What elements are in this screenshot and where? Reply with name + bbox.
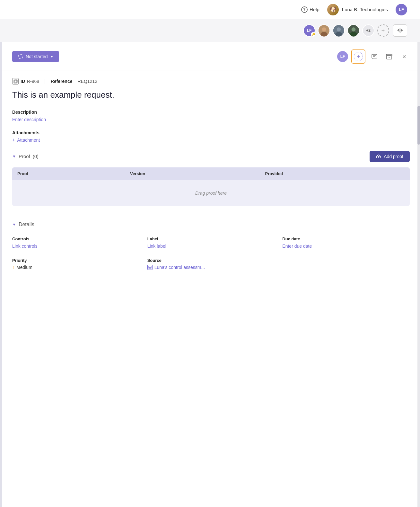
add-proof-label: Add proof (384, 154, 403, 159)
collaborator-more[interactable]: +2 (362, 24, 374, 37)
user-avatar[interactable]: LF (396, 4, 407, 15)
proof-title: ▼ Proof (0) (12, 154, 39, 159)
add-assignee-button[interactable]: + (351, 49, 365, 64)
status-button[interactable]: Not started ▼ (12, 51, 59, 62)
request-meta: ID R-968 | Reference REQ1212 (12, 78, 410, 84)
status-label: Not started (26, 54, 48, 59)
org-avatar-emoji: 🐶 (329, 6, 337, 13)
controls-label: Controls (12, 236, 140, 241)
meta-id-label: ID (21, 79, 25, 84)
help-label: Help (310, 7, 319, 12)
help-button[interactable]: ? Help (301, 6, 319, 13)
close-icon: ✕ (402, 54, 406, 60)
version-col-header: Version (125, 167, 260, 180)
main-layout: Not started ▼ LF + (0, 42, 420, 507)
copy-icon (12, 78, 19, 84)
person-avatar-3 (348, 24, 359, 37)
enter-description-link[interactable]: Enter description (12, 117, 46, 122)
proof-chevron-icon: ▼ (12, 154, 16, 159)
svg-point-8 (350, 32, 357, 36)
scrollbar-thumb (417, 106, 420, 145)
person-avatar-2 (333, 24, 344, 37)
details-label: Details (19, 222, 34, 227)
broadcast-icon (397, 27, 403, 34)
collaborator-3[interactable] (347, 24, 360, 37)
proof-col-header: Proof (12, 167, 125, 180)
details-title: ▼ Details (12, 222, 410, 227)
status-circle-icon (18, 54, 23, 59)
svg-rect-17 (14, 80, 17, 83)
due-date-value[interactable]: Enter due date (282, 244, 312, 249)
key-icon: 🔑 (311, 32, 315, 37)
svg-rect-14 (386, 54, 392, 56)
cloud-upload-icon (376, 154, 381, 159)
close-button[interactable]: ✕ (398, 51, 410, 62)
add-collaborator-button[interactable]: + (377, 24, 389, 37)
description-label: Description (12, 110, 410, 115)
meta-id-value: R-968 (27, 79, 39, 84)
attachment-plus-icon: + (12, 137, 15, 143)
header-actions: LF + (337, 49, 410, 64)
controls-value[interactable]: Link controls (12, 244, 38, 249)
top-nav: ? Help 🐶 Luna B. Technologies LF (0, 0, 420, 19)
proof-section: ▼ Proof (0) Add proof (12, 151, 410, 206)
person-avatar-1 (319, 24, 329, 37)
source-field: Source Luna's control assessm... (147, 258, 275, 270)
svg-point-5 (335, 32, 342, 36)
svg-rect-16 (14, 80, 17, 83)
svg-point-9 (400, 32, 401, 33)
meta-ref-value: REQ1212 (77, 79, 97, 84)
request-header: Not started ▼ LF + (2, 42, 420, 70)
archive-button[interactable] (383, 51, 395, 62)
svg-point-4 (337, 27, 341, 31)
details-grid: Controls Link controls Label Link label … (12, 236, 410, 270)
drag-hint: Drag proof here (12, 180, 410, 206)
due-date-label: Due date (282, 236, 410, 241)
source-doc-icon (147, 265, 153, 270)
svg-point-1 (322, 27, 326, 31)
priority-label: Priority (12, 258, 140, 263)
attachments-section: Attachments + Attachment (12, 130, 410, 143)
collaborator-1[interactable] (318, 24, 330, 37)
status-chevron-icon: ▼ (50, 55, 53, 58)
more-count: +2 (366, 28, 371, 33)
proof-label: Proof (19, 154, 30, 159)
description-section: Description Enter description (12, 110, 410, 122)
svg-rect-10 (372, 54, 377, 58)
controls-field: Controls Link controls (12, 236, 140, 249)
proof-empty-row: Drag proof here (12, 180, 410, 206)
help-icon: ? (301, 6, 308, 13)
svg-point-2 (320, 32, 327, 36)
svg-point-7 (352, 27, 356, 31)
collaborator-lf[interactable]: LF 🔑 (303, 24, 315, 37)
comment-button[interactable] (369, 51, 380, 62)
label-field-value[interactable]: Link label (147, 244, 166, 249)
broadcast-button[interactable] (393, 24, 407, 37)
proof-table: Proof Version Provided Drag proof here (12, 167, 410, 206)
attachments-label: Attachments (12, 130, 410, 135)
provided-col-header: Provided (260, 167, 410, 180)
collaborators-bar: LF 🔑 +2 + (0, 19, 420, 42)
user-initials: LF (399, 7, 404, 12)
meta-ref-label: Reference (51, 79, 73, 84)
collaborator-2[interactable] (333, 24, 345, 37)
assignee-avatar[interactable]: LF (337, 51, 348, 62)
due-date-field: Due date Enter due date (282, 236, 410, 249)
add-proof-button[interactable]: Add proof (370, 151, 410, 162)
proof-table-header: Proof Version Provided (12, 167, 410, 180)
add-icon: + (381, 27, 385, 34)
details-chevron-icon: ▼ (12, 222, 16, 227)
label-field: Label Link label (147, 236, 275, 249)
add-plus-icon: + (354, 52, 363, 61)
source-text[interactable]: Luna's control assessm... (154, 265, 205, 270)
request-title: This is an example request. (12, 90, 410, 101)
priority-arrow-icon: ↑ (12, 265, 14, 270)
org-name: Luna B. Technologies (342, 7, 388, 12)
add-attachment-button[interactable]: + Attachment (12, 137, 40, 143)
comment-icon (371, 53, 378, 60)
details-section: ▼ Details Controls Link controls Label L… (2, 214, 420, 278)
assignee-initials: LF (340, 54, 345, 59)
label-field-label: Label (147, 236, 275, 241)
source-value: Luna's control assessm... (147, 265, 275, 270)
scrollbar[interactable] (417, 42, 420, 507)
